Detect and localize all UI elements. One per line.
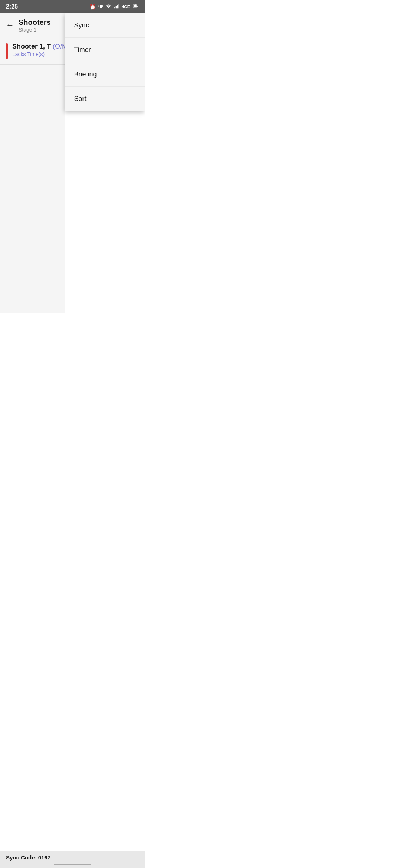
battery-icon bbox=[132, 4, 139, 10]
dropdown-item-timer[interactable]: Timer bbox=[65, 38, 145, 62]
page-overlay bbox=[0, 13, 65, 313]
4g-badge: 4GE bbox=[122, 4, 130, 9]
svg-rect-3 bbox=[118, 4, 119, 8]
dropdown-menu: Sync Timer Briefing Sort bbox=[65, 13, 145, 111]
svg-rect-0 bbox=[114, 7, 115, 8]
status-time: 2:25 bbox=[6, 3, 18, 10]
signal-icon bbox=[114, 4, 120, 10]
dropdown-item-briefing[interactable]: Briefing bbox=[65, 62, 145, 87]
wifi-icon bbox=[105, 4, 111, 10]
status-icons: ⏰ 4GE bbox=[89, 4, 139, 10]
dropdown-item-sync[interactable]: Sync bbox=[65, 13, 145, 38]
vibrate-icon bbox=[98, 4, 103, 10]
alarm-icon: ⏰ bbox=[89, 4, 96, 10]
svg-rect-5 bbox=[134, 5, 137, 7]
status-bar: 2:25 ⏰ 4GE bbox=[0, 0, 145, 13]
svg-rect-2 bbox=[117, 5, 118, 8]
svg-rect-6 bbox=[137, 6, 138, 7]
svg-rect-1 bbox=[116, 6, 117, 8]
dropdown-item-sort[interactable]: Sort bbox=[65, 87, 145, 111]
